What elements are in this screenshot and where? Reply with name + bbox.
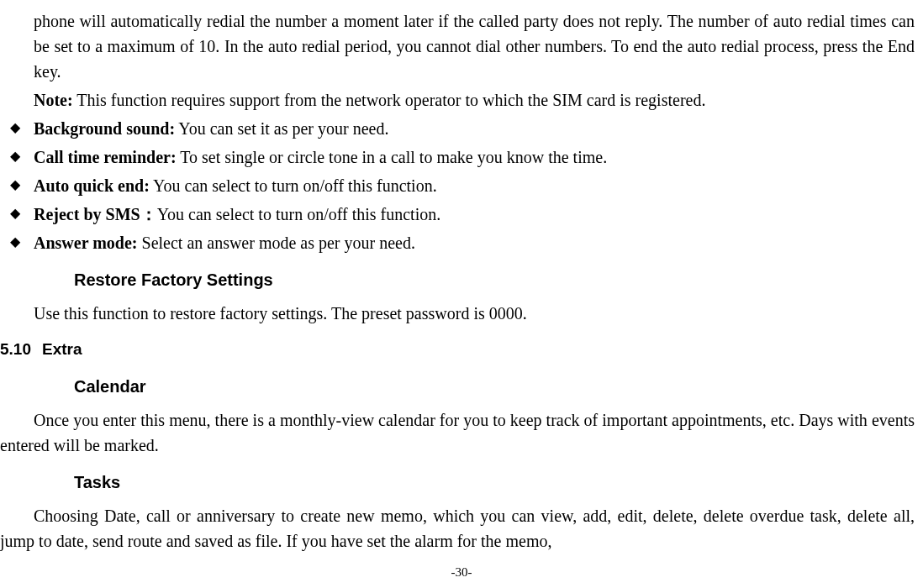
bullet-content: Answer mode: Select an answer mode as pe… xyxy=(34,230,915,255)
list-item: ◆ Background sound: You can set it as pe… xyxy=(10,116,915,141)
bullet-label: Background sound: xyxy=(34,119,175,138)
bullet-content: Auto quick end: You can select to turn o… xyxy=(34,173,915,198)
note-label: Note: xyxy=(34,91,73,109)
heading-calendar: Calendar xyxy=(74,374,915,399)
bullet-desc: You can set it as per your need. xyxy=(175,119,388,138)
list-item: ◆ Call time reminder: To set single or c… xyxy=(10,144,915,170)
section-number: 5.10 xyxy=(0,338,42,362)
heading-restore-factory: Restore Factory Settings xyxy=(74,267,915,292)
heading-tasks: Tasks xyxy=(74,470,915,495)
document-page: phone will automatically redial the numb… xyxy=(0,8,923,554)
section-heading-extra: 5.10 Extra xyxy=(0,338,915,362)
bullet-label: Auto quick end: xyxy=(34,176,150,195)
bullet-label: Call time reminder: xyxy=(34,148,177,166)
bullet-label: Answer mode: xyxy=(34,234,138,252)
diamond-bullet-icon: ◆ xyxy=(10,202,34,226)
section-title: Extra xyxy=(42,338,82,362)
bullet-content: Background sound: You can set it as per … xyxy=(34,116,915,141)
bullet-desc: You can select to turn on/off this funct… xyxy=(150,176,437,195)
diamond-bullet-icon: ◆ xyxy=(10,173,34,197)
list-item: ◆ Auto quick end: You can select to turn… xyxy=(10,173,915,198)
paragraph-continuation: phone will automatically redial the numb… xyxy=(34,8,915,84)
page-number: -30- xyxy=(0,563,923,582)
restore-paragraph: Use this function to restore factory set… xyxy=(34,301,915,326)
diamond-bullet-icon: ◆ xyxy=(10,230,34,255)
calendar-paragraph: Once you enter this menu, there is a mon… xyxy=(0,407,915,458)
bullet-desc: You can select to turn on/off this funct… xyxy=(157,205,441,223)
diamond-bullet-icon: ◆ xyxy=(10,144,34,169)
list-item: ◆ Reject by SMS：You can select to turn o… xyxy=(10,202,915,227)
bullet-label: Reject by SMS： xyxy=(34,205,157,223)
bullet-content: Call time reminder: To set single or cir… xyxy=(34,144,915,170)
diamond-bullet-icon: ◆ xyxy=(10,116,34,140)
bullet-desc: To set single or circle tone in a call t… xyxy=(177,148,608,166)
tasks-paragraph: Choosing Date, call or anniversary to cr… xyxy=(0,503,915,554)
note-text: This function requires support from the … xyxy=(73,91,706,109)
note-paragraph: Note: This function requires support fro… xyxy=(34,87,915,113)
bullet-desc: Select an answer mode as per your need. xyxy=(138,234,415,252)
list-item: ◆ Answer mode: Select an answer mode as … xyxy=(10,230,915,255)
bullet-content: Reject by SMS：You can select to turn on/… xyxy=(34,202,915,227)
bullet-list: ◆ Background sound: You can set it as pe… xyxy=(10,116,915,255)
